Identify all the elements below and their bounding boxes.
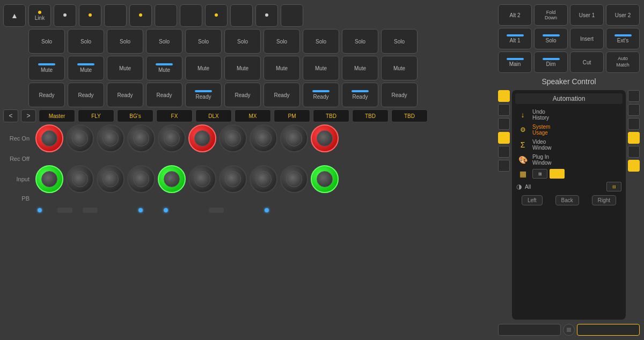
side-btn-r6[interactable]: [628, 160, 640, 172]
auto-undo-history[interactable]: ↓ UndoHistory: [515, 107, 623, 122]
ready-btn-7[interactable]: Ready: [264, 83, 300, 107]
solo-btn-6[interactable]: Solo: [224, 29, 261, 54]
knob-rec-on-1[interactable]: [35, 124, 63, 152]
ch-label-dlx[interactable]: DLX: [195, 109, 232, 122]
back-btn[interactable]: Back: [555, 195, 579, 205]
side-btn-l1[interactable]: [498, 90, 510, 102]
side-btn-l6[interactable]: [498, 160, 510, 172]
ch-label-fly[interactable]: FLY: [78, 109, 114, 122]
ch-top-btn-8[interactable]: [230, 4, 253, 27]
auto-system-usage[interactable]: ⚙ SystemUsage: [515, 122, 623, 137]
ch-top-btn-4[interactable]: [129, 4, 152, 27]
alt1-btn[interactable]: Alt 1: [498, 28, 532, 49]
mute-btn-3[interactable]: Mute: [107, 56, 143, 80]
knob-input-7[interactable]: [219, 165, 247, 193]
auto-grid-row[interactable]: ▦ ⊞: [515, 167, 623, 180]
ch-label-pm[interactable]: PM: [274, 109, 310, 122]
side-btn-r5[interactable]: [628, 146, 640, 158]
mute-btn-9[interactable]: Mute: [342, 56, 378, 80]
mute-btn-1[interactable]: Mute: [28, 56, 65, 80]
ch-label-tbd2[interactable]: TBD: [352, 109, 389, 122]
ready-btn-1[interactable]: Ready: [28, 83, 65, 107]
ch-label-fx[interactable]: FX: [156, 109, 193, 122]
side-btn-r2[interactable]: [628, 104, 640, 116]
ready-btn-4[interactable]: Ready: [146, 83, 182, 107]
ch-top-btn-9[interactable]: [255, 4, 278, 27]
left-btn[interactable]: Left: [522, 195, 543, 205]
side-btn-l4[interactable]: [498, 132, 510, 144]
knob-input-3[interactable]: [97, 165, 125, 193]
knob-rec-on-6[interactable]: [188, 124, 216, 152]
grid-btn-2[interactable]: [550, 169, 565, 179]
insert-btn[interactable]: Insert: [570, 28, 604, 49]
side-btn-l2[interactable]: [498, 104, 510, 116]
auto-match-btn[interactable]: AutoMatch: [606, 51, 640, 73]
fold-down-btn[interactable]: FoldDown: [534, 4, 568, 26]
ch-label-mx[interactable]: MX: [235, 109, 271, 122]
knob-rec-on-5[interactable]: [158, 124, 186, 152]
nav-right[interactable]: >: [21, 109, 36, 122]
ch-top-btn-6[interactable]: [180, 4, 202, 27]
right-btn[interactable]: Right: [592, 195, 616, 205]
ch-top-btn-10[interactable]: [281, 4, 303, 27]
ch-label-tbd1[interactable]: TBD: [313, 109, 349, 122]
solo-btn-8[interactable]: Solo: [303, 29, 339, 54]
solo-btn-2[interactable]: Solo: [68, 29, 104, 54]
mute-btn-2[interactable]: Mute: [68, 56, 104, 80]
footer-btn-left[interactable]: [498, 324, 561, 336]
solo-btn-10[interactable]: Solo: [381, 29, 418, 54]
footer-btn-right[interactable]: [577, 324, 640, 336]
grid-btn-1[interactable]: ⊞: [532, 169, 547, 179]
solo-r-btn[interactable]: Solo: [534, 28, 568, 49]
triangle-button[interactable]: ▲: [3, 4, 26, 27]
mute-btn-8[interactable]: Mute: [303, 56, 339, 80]
alt2-btn[interactable]: Alt 2: [498, 4, 532, 26]
knob-rec-on-3[interactable]: [97, 124, 125, 152]
auto-plugin-window[interactable]: 🎨 Plug InWindow: [515, 152, 623, 167]
mute-btn-6[interactable]: Mute: [224, 56, 261, 80]
exts-btn[interactable]: Ext's: [606, 28, 640, 49]
knob-input-9[interactable]: [280, 165, 308, 193]
ready-btn-10[interactable]: Ready: [381, 83, 418, 107]
side-btn-r3[interactable]: [628, 118, 640, 130]
solo-btn-3[interactable]: Solo: [107, 29, 143, 54]
ch-top-btn-1[interactable]: [54, 4, 76, 27]
knob-rec-on-4[interactable]: [127, 124, 155, 152]
side-btn-r4[interactable]: [628, 132, 640, 144]
knob-input-10[interactable]: [311, 165, 339, 193]
ready-btn-3[interactable]: Ready: [107, 83, 143, 107]
knob-rec-on-8[interactable]: [250, 124, 277, 152]
user2-btn[interactable]: User 2: [606, 4, 640, 26]
knob-input-4[interactable]: [127, 165, 155, 193]
solo-btn-9[interactable]: Solo: [342, 29, 378, 54]
main-btn[interactable]: Main: [498, 51, 532, 73]
ready-btn-6[interactable]: Ready: [224, 83, 261, 107]
ch-label-master[interactable]: Master: [39, 109, 75, 122]
ch-top-btn-2[interactable]: [79, 4, 101, 27]
ready-btn-8[interactable]: Ready: [303, 83, 339, 107]
dim-btn[interactable]: Dim: [534, 51, 568, 73]
knob-rec-on-10[interactable]: [311, 124, 339, 152]
knob-rec-on-7[interactable]: [219, 124, 247, 152]
cut-btn[interactable]: Cut: [570, 51, 604, 73]
knob-rec-on-9[interactable]: [280, 124, 308, 152]
solo-btn-4[interactable]: Solo: [146, 29, 182, 54]
side-btn-r1[interactable]: [628, 90, 640, 102]
mute-btn-7[interactable]: Mute: [264, 56, 300, 80]
footer-dot-btn[interactable]: [563, 324, 575, 336]
mute-btn-5[interactable]: Mute: [185, 56, 222, 80]
solo-btn-1[interactable]: Solo: [28, 29, 65, 54]
knob-rec-on-2[interactable]: [66, 124, 94, 152]
knob-input-6[interactable]: [188, 165, 216, 193]
knob-input-8[interactable]: [250, 165, 277, 193]
auto-video-window[interactable]: Σ VideoWindow: [515, 137, 623, 152]
knob-input-5[interactable]: [158, 165, 186, 193]
mute-btn-10[interactable]: Mute: [381, 56, 418, 80]
ready-btn-5[interactable]: Ready: [185, 83, 222, 107]
knob-input-2[interactable]: [66, 165, 94, 193]
ch-top-btn-3[interactable]: [104, 4, 127, 27]
knob-input-1[interactable]: [35, 165, 63, 193]
ch-label-tbd3[interactable]: TBD: [391, 109, 428, 122]
nav-left[interactable]: <: [3, 109, 18, 122]
ch-top-btn-7[interactable]: [205, 4, 228, 27]
